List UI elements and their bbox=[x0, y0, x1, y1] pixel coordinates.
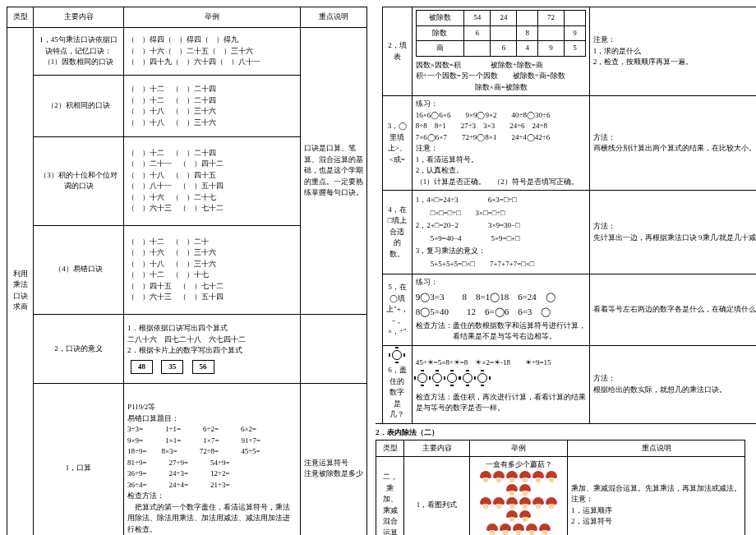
mushroom-icon bbox=[546, 497, 557, 509]
right-note: 口诀是口算、笔算、混合运算的基础，也是这个学期的重点。一定要熟练掌握每句口诀。 bbox=[301, 28, 367, 314]
box-35: 35 bbox=[161, 360, 183, 375]
s2-ex: 一盒有多少个蘑菇？ × = bbox=[470, 457, 568, 536]
r3-topic: （3）积的十位和个位对调的口诀 bbox=[34, 136, 124, 225]
fill-note: 注意： 1，求的是什么 2，检查，按顺顺序再算一遍。 bbox=[589, 7, 756, 96]
fit-label: 4，在□填上合适的数。 bbox=[383, 191, 413, 274]
r4-ex: （ ）十二 （ ）二十 （ ）十六 （ ）三十六 （ ）十八 （ ）三十六 （ … bbox=[124, 225, 301, 314]
mushroom-icon bbox=[506, 471, 518, 482]
mushroom-icon bbox=[519, 471, 531, 482]
hdr-note: 重点说明 bbox=[301, 7, 367, 28]
mushroom-icon bbox=[506, 484, 518, 496]
mushroom-icon bbox=[539, 523, 551, 535]
sun-icon bbox=[431, 371, 444, 385]
s2-hdr-ex: 举例 bbox=[470, 440, 568, 457]
r4-topic: （4）易错口诀 bbox=[34, 225, 124, 314]
sun-icon bbox=[476, 371, 489, 385]
s2-type: 二，乘加、乘减混合运算 bbox=[376, 457, 404, 536]
compare-note: 方法： 画横线分别计算出两个算式的结果，在比较大小。 bbox=[589, 96, 756, 191]
mushroom-icon bbox=[480, 471, 491, 482]
r5-ex: 1．根据依据口诀写出四个算式 二八十六 四七二十八 六七四十二 2．根据卡片上的… bbox=[124, 314, 301, 384]
s2-hdr-main: 主要内容 bbox=[404, 440, 470, 457]
r6-topic: 1，口算 bbox=[34, 384, 124, 536]
r5-topic: 2，口诀的意义 bbox=[34, 314, 124, 384]
mushroom-icon bbox=[519, 484, 531, 496]
fit-content: 1，4×□=24÷3 6×3=□÷□ □×□=□÷□ 3×□=□÷□ 2，2+□… bbox=[412, 191, 589, 274]
section2-title: 2．表内除法（二） bbox=[376, 427, 749, 438]
compare-content: 练习： 16×6◯6×6 9×9◯9×2 40÷8◯30÷6 8÷8 8÷1 2… bbox=[412, 96, 589, 191]
r1-ex: （ ）得四（ ）得四（ ）得九 （ ）十六（ ）二十五（ ）三十六 （ ）四十九… bbox=[124, 28, 301, 76]
mushroom-icon bbox=[532, 497, 544, 509]
r2-topic: （2）积相同的口诀 bbox=[34, 76, 124, 137]
cover-label: 6，盖住的数字是几？ bbox=[383, 345, 413, 423]
box-56: 56 bbox=[192, 360, 214, 375]
sign-note: 看着等号左右两边的数字各是什么，在确定填什么运算符号。 bbox=[589, 274, 756, 346]
sun-icon bbox=[416, 371, 429, 385]
mushroom-icon bbox=[500, 523, 511, 535]
mushroom-icon bbox=[493, 497, 505, 509]
sun-icon bbox=[461, 371, 474, 385]
r6-ex: P119/2等 易错口算题目： 3÷3= 1÷1= 6÷2= 6×2= 9×9=… bbox=[124, 384, 301, 536]
mushroom-icon bbox=[526, 523, 537, 535]
mushroom-icon bbox=[532, 471, 544, 482]
sun-icon bbox=[445, 371, 459, 385]
group-label: 利用乘法口诀求商 bbox=[7, 28, 34, 535]
hdr-type: 类型 bbox=[7, 7, 34, 28]
r1-topic: 1，45句乘法口诀依据口诀特点，记忆口诀：（1）因数相同的口诀 bbox=[34, 28, 124, 76]
mushroom-icon bbox=[493, 471, 505, 482]
r3-ex: （ ）十二 （ ）二十四 （ ）二十一 （ ）四十二 （ ）十八 （ ）四十五 … bbox=[124, 136, 301, 225]
s2-note: 乘加、乘减混合运算。先算乘法，再算加法或减法。 注意： 1，运算顺序 2，运算符… bbox=[568, 457, 745, 536]
hdr-main: 主要内容 bbox=[34, 7, 124, 28]
box-48: 48 bbox=[131, 360, 153, 375]
right-page-table: 2，填表 被除数542472 除数689 商6495 因数×因数=积 被除数÷除… bbox=[376, 7, 756, 424]
s2-hdr-type: 类型 bbox=[376, 440, 404, 457]
s2-topic: 1，看图列式 bbox=[404, 457, 470, 536]
cover-note: 方法： 根据给出的数实际，就想几的乘法口诀。 bbox=[589, 345, 756, 423]
section2-table: 类型 主要内容 举例 重点说明 二，乘加、乘减混合运算 1，看图列式 一盒有多少… bbox=[376, 440, 745, 536]
mushroom-icon bbox=[506, 497, 518, 509]
mushroom-icon bbox=[486, 523, 498, 535]
compare-label: 3，◯里填上>、<或= bbox=[383, 96, 413, 191]
sun-icon bbox=[390, 348, 403, 362]
r6-note: 注意运算符号 注意被除数是多少 bbox=[301, 384, 367, 536]
s2-hdr-note: 重点说明 bbox=[568, 440, 745, 457]
fill-content: 被除数542472 除数689 商6495 因数×因数=积 被除数÷除数=商 积… bbox=[412, 7, 589, 96]
mushroom-icon bbox=[480, 497, 491, 509]
sign-content: 练习： 9◯3=3 8 8=1◯18 6=24 ◯ 8◯5=40 12 6=◯6… bbox=[412, 274, 589, 346]
fit-note: 方法： 先计算出一边，再根据乘法口诀 9乘几/就是几十减几、乘法的意义：几个相同… bbox=[589, 191, 756, 274]
r2-ex: （ ）十二 （ ）二十四 （ ）十二 （ ）二十四 （ ）十八 （ ）三十六 （… bbox=[124, 76, 301, 137]
mushroom-icon bbox=[506, 510, 518, 522]
mushroom-icon bbox=[513, 523, 524, 535]
mushroom-icon bbox=[519, 510, 531, 522]
fill-inner-table: 被除数542472 除数689 商6495 bbox=[416, 10, 586, 57]
cover-content: 45÷☀=5×8÷☀=8 ☀×2=☀-18 ☀÷9=15 检查方法：盖住积，再次… bbox=[412, 345, 589, 423]
hdr-example: 举例 bbox=[124, 7, 301, 28]
left-page-table: 类型 主要内容 举例 重点说明 利用乘法口诀求商 1，45句乘法口诀依据口诀特点… bbox=[7, 7, 367, 535]
fill-label: 2，填表 bbox=[383, 7, 413, 96]
sign-label: 5，在◯填上"+，−，×，÷" bbox=[383, 274, 413, 346]
mushroom-icon bbox=[546, 471, 557, 482]
mushroom-icon bbox=[519, 497, 531, 509]
